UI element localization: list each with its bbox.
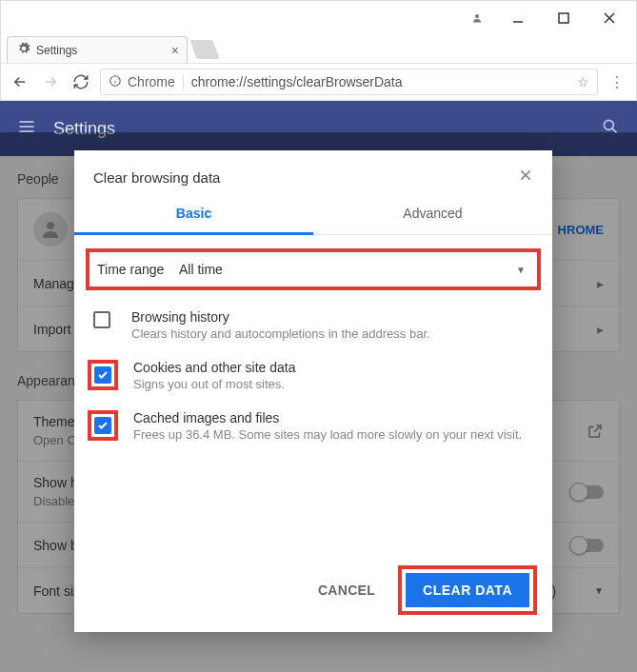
gear-icon bbox=[17, 42, 30, 58]
maximize-button[interactable] bbox=[541, 5, 587, 31]
url-text: chrome://settings/clearBrowserData bbox=[191, 74, 403, 89]
time-range-row: Time range All time ▼ bbox=[86, 248, 541, 290]
browser-tab-settings[interactable]: Settings × bbox=[7, 36, 188, 63]
dialog-tabs: Basic Advanced bbox=[74, 194, 552, 235]
browser-toolbar: Chrome chrome://settings/clearBrowserDat… bbox=[0, 63, 637, 101]
bookmark-star-icon[interactable]: ☆ bbox=[577, 74, 589, 89]
tab-basic[interactable]: Basic bbox=[74, 194, 313, 235]
clear-browsing-data-dialog: Clear browsing data Basic Advanced Time … bbox=[74, 150, 552, 632]
tab-advanced[interactable]: Advanced bbox=[313, 194, 552, 235]
option-title: Cached images and files bbox=[133, 410, 522, 425]
option-desc: Clears history and autocompletions in th… bbox=[131, 326, 430, 341]
option-title: Browsing history bbox=[131, 309, 430, 325]
window-titlebar bbox=[0, 0, 637, 34]
checkbox-browsing-history[interactable] bbox=[93, 311, 110, 328]
checkbox-cached[interactable] bbox=[94, 417, 111, 434]
close-tab-icon[interactable]: × bbox=[171, 43, 179, 58]
new-tab-button[interactable] bbox=[189, 40, 219, 59]
browser-menu-button[interactable]: ⋮ bbox=[606, 73, 628, 91]
option-browsing-history: Browsing history Clears history and auto… bbox=[74, 300, 552, 350]
close-window-button[interactable] bbox=[587, 5, 632, 31]
close-dialog-button[interactable] bbox=[518, 168, 533, 187]
time-range-select[interactable]: All time ▼ bbox=[173, 258, 531, 281]
option-desc: Frees up 36.4 MB. Some sites may load mo… bbox=[133, 427, 522, 442]
url-scheme-label: Chrome bbox=[128, 74, 184, 89]
svg-point-11 bbox=[604, 120, 613, 129]
tab-title: Settings bbox=[36, 44, 77, 57]
reload-button[interactable] bbox=[70, 70, 92, 93]
site-info-icon[interactable] bbox=[109, 74, 122, 90]
user-account-icon[interactable] bbox=[462, 12, 492, 24]
dialog-title: Clear browsing data bbox=[93, 169, 220, 186]
address-bar[interactable]: Chrome chrome://settings/clearBrowserDat… bbox=[100, 69, 598, 95]
option-title: Cookies and other site data bbox=[133, 360, 295, 375]
svg-point-0 bbox=[475, 14, 479, 18]
dialog-actions: CANCEL CLEAR DATA bbox=[74, 546, 552, 632]
tab-strip: Settings × bbox=[0, 34, 637, 63]
chevron-down-icon: ▼ bbox=[516, 265, 526, 275]
back-button[interactable] bbox=[9, 70, 31, 93]
svg-rect-2 bbox=[559, 13, 568, 23]
option-cookies: Cookies and other site data Signs you ou… bbox=[74, 350, 552, 401]
cancel-button[interactable]: CANCEL bbox=[305, 573, 388, 607]
minimize-button[interactable] bbox=[495, 5, 541, 31]
forward-button[interactable] bbox=[39, 70, 62, 93]
checkbox-cookies[interactable] bbox=[94, 366, 111, 384]
clear-data-button[interactable]: CLEAR DATA bbox=[406, 573, 529, 607]
option-cached: Cached images and files Frees up 36.4 MB… bbox=[74, 401, 552, 451]
option-desc: Signs you out of most sites. bbox=[133, 377, 295, 391]
time-range-label: Time range bbox=[97, 262, 173, 277]
